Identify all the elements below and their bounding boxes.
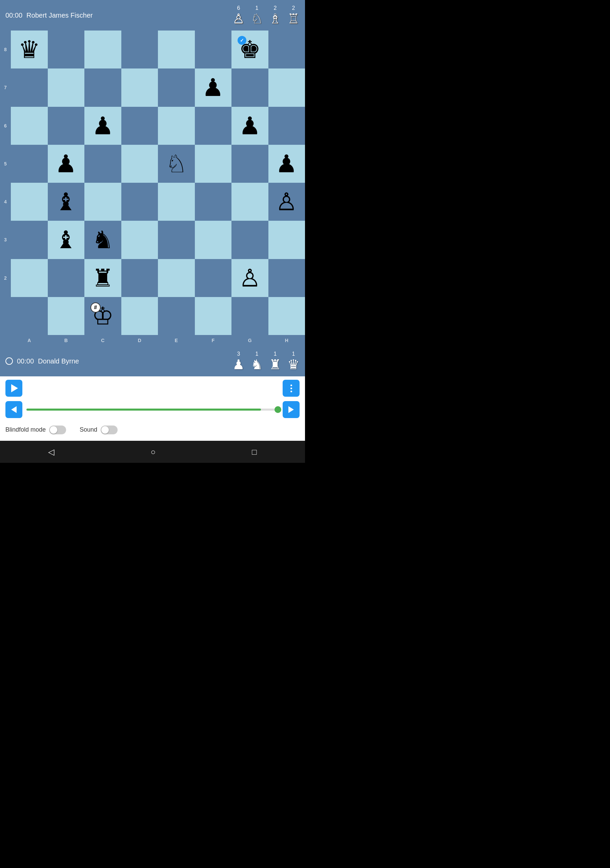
prev-button[interactable] [5, 401, 22, 418]
cell-e3[interactable] [158, 221, 195, 259]
cell-g6[interactable]: ♟ [231, 107, 268, 145]
cell-a8[interactable]: ♛ [11, 31, 48, 68]
black-knight-icon: ♞ [251, 358, 263, 371]
cell-c7[interactable] [84, 68, 121, 107]
cell-c1[interactable]: # ♔ [84, 297, 121, 335]
cell-f8[interactable] [195, 31, 232, 68]
recent-apps-button[interactable]: □ [252, 447, 257, 457]
cell-a7[interactable] [11, 68, 48, 107]
home-button[interactable]: ○ [150, 447, 156, 457]
cell-h6[interactable] [268, 107, 305, 145]
progress-row [0, 400, 305, 419]
cell-h2[interactable] [268, 259, 305, 297]
progress-handle[interactable] [274, 406, 281, 413]
cell-b5[interactable]: ♟ [48, 145, 85, 183]
next-button[interactable] [283, 401, 300, 418]
cell-h3[interactable] [268, 221, 305, 259]
cell-b2[interactable] [48, 259, 85, 297]
cell-g5[interactable] [231, 145, 268, 183]
cell-c3[interactable]: ♞ [84, 221, 121, 259]
cell-c6[interactable]: ♟ [84, 107, 121, 145]
cell-b3[interactable]: ♝ [48, 221, 85, 259]
cell-d3[interactable] [121, 221, 158, 259]
cell-f7[interactable]: ♟ [195, 68, 232, 107]
cell-b6[interactable] [48, 107, 85, 145]
bottom-captured-pieces: 3 ♟ 1 ♞ 1 ♜ 1 ♛ [232, 351, 300, 371]
cell-a3[interactable] [11, 221, 48, 259]
progress-bar[interactable] [26, 409, 279, 411]
rank-8-label: 8 [0, 31, 11, 68]
cell-h8[interactable] [268, 31, 305, 68]
cell-d5[interactable] [121, 145, 158, 183]
cell-d7[interactable] [121, 68, 158, 107]
cell-f2[interactable] [195, 259, 232, 297]
play-button[interactable] [5, 380, 22, 397]
black-queen-icon: ♛ [287, 358, 300, 371]
cell-a5[interactable] [11, 145, 48, 183]
chess-board-container: 8 ♛ ✓ ♚ 7 ♟ 6 ♟ [0, 31, 305, 346]
rank-3-label: 3 [0, 221, 11, 259]
white-king-with-check: ✓ ♚ [239, 37, 261, 62]
settings-row: Blindfold mode Sound [0, 419, 305, 441]
cell-c8[interactable] [84, 31, 121, 68]
cell-f1[interactable] [195, 297, 232, 335]
more-options-button[interactable] [283, 380, 300, 397]
cell-f3[interactable] [195, 221, 232, 259]
cell-c2[interactable]: ♜ [84, 259, 121, 297]
cell-h5[interactable]: ♟ [268, 145, 305, 183]
cell-e1[interactable] [158, 297, 195, 335]
cell-g2[interactable]: ♙ [231, 259, 268, 297]
black-rook-c2: ♜ [92, 266, 114, 290]
cell-d4[interactable] [121, 183, 158, 221]
android-nav-bar: ◁ ○ □ [0, 441, 305, 463]
cell-g1[interactable] [231, 297, 268, 335]
blindfold-mode-group: Blindfold mode [5, 426, 66, 434]
cell-e6[interactable] [158, 107, 195, 145]
corner [0, 335, 11, 346]
file-d-label: D [121, 335, 158, 346]
cell-c4[interactable] [84, 183, 121, 221]
cell-e4[interactable] [158, 183, 195, 221]
cell-b8[interactable] [48, 31, 85, 68]
cell-f5[interactable] [195, 145, 232, 183]
hash-badge: # [90, 302, 101, 313]
cell-c5[interactable] [84, 145, 121, 183]
cell-a6[interactable] [11, 107, 48, 145]
cell-d8[interactable] [121, 31, 158, 68]
cell-g8[interactable]: ✓ ♚ [231, 31, 268, 68]
cell-a4[interactable] [11, 183, 48, 221]
back-button[interactable]: ◁ [48, 447, 54, 457]
cell-f6[interactable] [195, 107, 232, 145]
cell-d6[interactable] [121, 107, 158, 145]
cell-e8[interactable] [158, 31, 195, 68]
cell-h1[interactable] [268, 297, 305, 335]
cell-d2[interactable] [121, 259, 158, 297]
blindfold-label: Blindfold mode [5, 426, 46, 433]
cell-g4[interactable] [231, 183, 268, 221]
file-e-label: E [158, 335, 195, 346]
blindfold-knob [50, 426, 57, 434]
cell-b4[interactable]: ♝ [48, 183, 85, 221]
black-bishop-b3: ♝ [55, 228, 77, 252]
cell-d1[interactable] [121, 297, 158, 335]
cell-g3[interactable] [231, 221, 268, 259]
cell-b7[interactable] [48, 68, 85, 107]
cell-e5[interactable]: ♘ [158, 145, 195, 183]
sound-toggle[interactable] [101, 426, 118, 434]
white-pawn-g2: ♙ [239, 266, 261, 290]
cell-a1[interactable] [11, 297, 48, 335]
rank-5-label: 5 [0, 145, 11, 183]
cell-g7[interactable] [231, 68, 268, 107]
cell-h7[interactable] [268, 68, 305, 107]
cell-a2[interactable] [11, 259, 48, 297]
cell-f4[interactable] [195, 183, 232, 221]
cell-h4[interactable]: ♙ [268, 183, 305, 221]
cell-e2[interactable] [158, 259, 195, 297]
black-pawn-icon: ♟ [232, 358, 245, 371]
chess-board[interactable]: 8 ♛ ✓ ♚ 7 ♟ 6 ♟ [0, 31, 305, 346]
bottom-header: 00:00 Donald Byrne 3 ♟ 1 ♞ 1 ♜ 1 ♛ [0, 346, 305, 377]
cell-b1[interactable] [48, 297, 85, 335]
white-queen-piece: ♛ [18, 37, 40, 62]
blindfold-toggle[interactable] [49, 426, 66, 434]
cell-e7[interactable] [158, 68, 195, 107]
